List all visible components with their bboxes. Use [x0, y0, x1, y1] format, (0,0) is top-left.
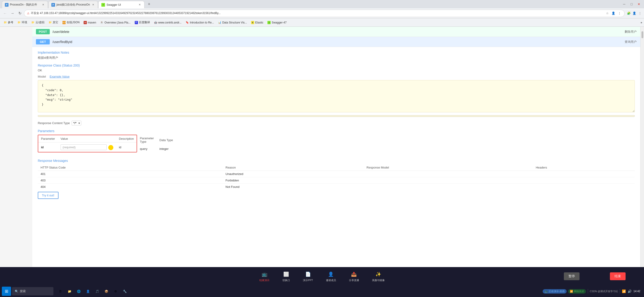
response-content-type-row: Response Content Type */* ▼ — [38, 121, 635, 126]
bookmark-json[interactable]: JSON 在线JSON — [60, 19, 81, 26]
response-class-section: Response Class (Status 200) OK Model Exa… — [38, 64, 635, 117]
taskbar-app-dev[interactable]: 🔧 — [121, 287, 129, 296]
resp-headers-404 — [533, 184, 635, 190]
minimize-button[interactable]: ─ — [621, 1, 628, 7]
beauty-label: 美颜与镜像 — [372, 278, 385, 282]
tab-java[interactable]: P java接口自动化-ProcessOn ✕ — [48, 1, 98, 8]
bookmark-baidu[interactable]: 百 百度翻译 — [133, 19, 152, 26]
bookmark-datavis[interactable]: 📊 Data Structure Vis... — [216, 19, 249, 26]
start-button[interactable]: ⊞ — [2, 287, 11, 296]
profile-icon[interactable]: 👤 — [611, 11, 616, 16]
taskbar-app-folder[interactable]: 📁 — [66, 287, 74, 296]
scrollbar[interactable] — [640, 27, 644, 267]
taskbar-app-browser[interactable]: 🌐 — [75, 287, 83, 296]
bookmark-cankou-label: 参考 — [8, 20, 13, 24]
start-icon: ⊞ — [5, 289, 8, 294]
try-it-out-button[interactable]: Try it out! — [38, 192, 58, 199]
bookmark-contrib-label: www.contrib.andr... — [158, 21, 182, 24]
network-icon[interactable]: 📶 — [622, 290, 626, 293]
resp-header-reason: Reason — [223, 164, 364, 171]
toolbar-share[interactable]: 📤 分享直播 — [342, 269, 366, 284]
bookmark-yunxuni[interactable]: 📁 云/虚拟 — [30, 19, 46, 26]
section-content: Implementation Notes 根据id查询用户 Response C… — [32, 47, 640, 202]
more-menu-icon[interactable]: ⋮ — [638, 11, 642, 16]
toolbar-beauty[interactable]: ✨ 美颜与镜像 — [366, 269, 391, 284]
add-member-icon: 👤 — [328, 271, 334, 278]
taskbar-app-calendar[interactable]: 🗓 — [56, 287, 64, 296]
model-link-row: Model Example Value — [38, 75, 635, 78]
window-controls: ─ □ ✕ — [621, 1, 642, 8]
bookmark-star-icon[interactable]: ☆ — [605, 11, 610, 16]
taskbar-search[interactable]: 🔍 搜索 — [12, 287, 54, 296]
tab-swagger[interactable]: S Swagger UI ✕ — [98, 1, 144, 8]
extensions-icon[interactable]: 🧩 — [626, 11, 631, 16]
pause-button[interactable]: 暂停 — [564, 272, 580, 280]
refresh-button[interactable]: ↻ — [16, 10, 23, 16]
toolbar-add-member[interactable]: 👤 邀请成员 — [320, 269, 342, 284]
bookmark-contrib[interactable]: 🤖 www.contrib.andr... — [152, 19, 183, 26]
param-name-id: id — [38, 142, 58, 152]
taskbar-app-user[interactable]: 👤 — [84, 287, 92, 296]
code-resize-handle[interactable] — [38, 115, 635, 117]
tab-swagger-close[interactable]: ✕ — [138, 3, 142, 7]
end-button[interactable]: 结束 — [610, 272, 626, 280]
bookmark-cankou[interactable]: 📁 参考 — [2, 19, 15, 26]
time-display: 14:42 — [634, 290, 640, 293]
new-tab-button[interactable]: + — [146, 1, 152, 7]
maven-icon: M — [84, 21, 87, 24]
more-options-icon[interactable]: ⋮ — [617, 11, 622, 16]
bookmark-huanjing-label: 环境 — [22, 20, 27, 24]
volume-icon[interactable]: 🔊 — [628, 290, 632, 293]
elastic-icon: E — [251, 21, 254, 24]
back-button[interactable]: ← — [2, 10, 8, 16]
implementation-notes: Implementation Notes 根据id查询用户 — [38, 51, 635, 60]
bookmark-qita[interactable]: 📁 其它 — [47, 19, 60, 26]
response-messages-section: Response Messages HTTP Status Code Reaso… — [38, 159, 635, 190]
params-table: Parameter Value Description id — [38, 135, 136, 152]
required-indicator — [108, 145, 113, 150]
content-type-select[interactable]: */* — [72, 121, 81, 126]
close-button[interactable]: ✕ — [636, 1, 642, 7]
resp-model-401 — [364, 171, 533, 177]
bookmark-overview[interactable]: ☕ Overview (Java Pla... — [98, 19, 132, 26]
resp-reason-404: Not Found — [223, 184, 364, 190]
bookmark-json-label: 在线JSON — [66, 20, 80, 24]
toolbar-screen-demo[interactable]: 📺 结束演示 — [253, 269, 276, 284]
android-icon: 🤖 — [154, 21, 157, 24]
example-value-link[interactable]: Example Value — [50, 75, 69, 78]
switch-icon: ⬜ — [283, 271, 290, 278]
network-status-text: 网络良好 — [574, 290, 584, 293]
scrollbar-thumb[interactable] — [642, 31, 643, 38]
tab-processon-close[interactable]: ✕ — [41, 3, 45, 7]
address-bar[interactable]: ⚠ 不安全 47.108.153.47:18089/qzcsbj/swagger… — [24, 10, 625, 17]
more-bookmarks-button[interactable]: » — [640, 21, 642, 24]
address-icons: ☆ 👤 ⋮ — [605, 11, 622, 16]
folder-icon-3: 📁 — [31, 21, 34, 24]
bookmark-huanjing[interactable]: 📁 环境 — [16, 19, 29, 26]
maximize-button[interactable]: □ — [628, 1, 635, 7]
toolbar-ppt[interactable]: 📄 演示PPT — [296, 269, 319, 284]
code-block[interactable]: { "code": 0, "data": {}, "msg": "string"… — [38, 80, 635, 112]
address-bar-row: ← → ↻ ⚠ 不安全 47.108.153.47:18089/qzcsbj/s… — [0, 8, 644, 18]
browser-content: POST /user/delete 删除用户 GET /user/findByI… — [0, 27, 644, 267]
forward-button[interactable]: → — [9, 10, 16, 16]
param-header-value: Value — [58, 135, 116, 142]
tab-swagger-label: Swagger UI — [106, 3, 136, 6]
endpoint-get-findbyid[interactable]: GET /user/findById 查询用户 — [32, 37, 640, 47]
tab-processon[interactable]: P ProcessOn - 我的文件 ✕ — [2, 1, 48, 8]
impl-notes-title: Implementation Notes — [38, 51, 635, 54]
bookmark-maven[interactable]: M maven — [82, 19, 98, 26]
tab-java-close[interactable]: ✕ — [91, 3, 95, 7]
swagger-favicon: S — [101, 3, 105, 7]
bookmark-intro[interactable]: 🔖 Introduction to Re... — [184, 19, 216, 26]
bookmark-swagger47[interactable]: S Swagger-47 — [266, 19, 288, 26]
taskbar-app-settings[interactable]: ⚙ — [112, 287, 120, 296]
chrome-profile-icon[interactable]: 👤 — [632, 11, 637, 16]
taskbar-app-music[interactable]: 🎵 — [93, 287, 101, 296]
param-input-id[interactable] — [60, 144, 107, 150]
bookmark-qita-label: 其它 — [53, 20, 58, 24]
taskbar-app-pkg[interactable]: 📦 — [102, 287, 110, 296]
bookmark-elastic[interactable]: E Elastic — [249, 19, 265, 26]
endpoint-post-delete[interactable]: POST /user/delete 删除用户 — [32, 27, 640, 37]
toolbar-switch[interactable]: ⬜ 切换口 — [276, 269, 296, 284]
